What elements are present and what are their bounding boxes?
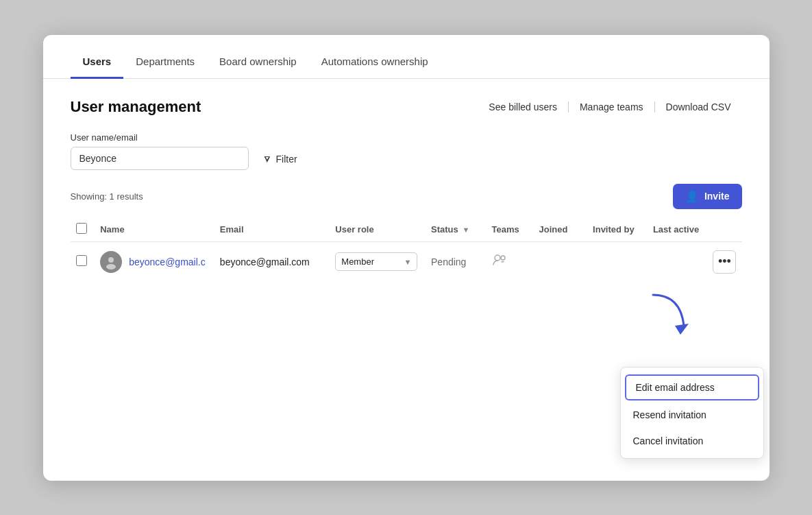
cancel-invitation-item[interactable]: Cancel invitation bbox=[621, 428, 763, 454]
filter-label: Filter bbox=[276, 154, 297, 165]
role-select[interactable]: Member ▼ bbox=[335, 252, 417, 271]
invite-button[interactable]: 👤 Invite bbox=[673, 184, 742, 209]
showing-text: Showing: 1 results bbox=[71, 191, 143, 202]
users-table: Name Email User role Status ▼ Teams Join… bbox=[71, 217, 742, 282]
svg-point-3 bbox=[495, 255, 500, 261]
download-csv-link[interactable]: Download CSV bbox=[655, 101, 742, 112]
header-row: User management See billed users Manage … bbox=[71, 98, 742, 116]
user-status: Pending bbox=[431, 256, 466, 267]
col-email: Email bbox=[220, 224, 244, 235]
resend-invitation-item[interactable]: Resend invitation bbox=[621, 402, 763, 428]
svg-point-4 bbox=[501, 256, 505, 260]
col-role: User role bbox=[335, 224, 373, 235]
more-icon: ••• bbox=[718, 254, 731, 269]
svg-marker-5 bbox=[675, 324, 689, 335]
tab-departments[interactable]: Departments bbox=[123, 49, 207, 79]
svg-point-2 bbox=[106, 264, 116, 270]
col-last-active: Last active bbox=[653, 224, 699, 235]
teams-icon bbox=[492, 256, 507, 270]
col-invited-by: Invited by bbox=[593, 224, 635, 235]
see-billed-users-link[interactable]: See billed users bbox=[478, 101, 569, 112]
svg-point-1 bbox=[108, 257, 114, 263]
tabs-bar: Users Departments Board ownership Automa… bbox=[43, 35, 770, 79]
tab-board-ownership[interactable]: Board ownership bbox=[207, 49, 309, 79]
user-name-cell: beyonce@gmail.c bbox=[100, 251, 209, 273]
invite-icon: 👤 bbox=[685, 190, 699, 203]
table-row: beyonce@gmail.c beyonce@gmail.com Member… bbox=[71, 241, 742, 282]
select-all-checkbox[interactable] bbox=[76, 223, 87, 234]
manage-teams-link[interactable]: Manage teams bbox=[569, 101, 655, 112]
filter-button[interactable]: ⛛ Filter bbox=[260, 148, 300, 170]
dropdown-menu: Edit email address Resend invitation Can… bbox=[620, 367, 764, 459]
role-value: Member bbox=[341, 256, 374, 267]
invite-label: Invite bbox=[704, 191, 730, 202]
status-sort-icon: ▼ bbox=[462, 226, 469, 234]
arrow-annotation bbox=[646, 288, 694, 346]
col-name: Name bbox=[100, 224, 124, 235]
filter-icon: ⛛ bbox=[262, 154, 272, 165]
col-teams: Teams bbox=[492, 224, 519, 235]
page-title: User management bbox=[71, 98, 201, 116]
showing-row: Showing: 1 results 👤 Invite bbox=[71, 184, 742, 209]
user-name-link[interactable]: beyonce@gmail.c bbox=[129, 256, 206, 267]
avatar bbox=[100, 251, 122, 273]
col-joined: Joined bbox=[539, 224, 568, 235]
tab-users[interactable]: Users bbox=[71, 49, 124, 79]
user-email: beyonce@gmail.com bbox=[220, 256, 310, 267]
row-checkbox[interactable] bbox=[76, 255, 87, 266]
search-input[interactable] bbox=[71, 147, 249, 170]
header-actions: See billed users Manage teams Download C… bbox=[478, 101, 741, 112]
filter-row: User name/email ⛛ Filter bbox=[71, 132, 742, 170]
search-label: User name/email bbox=[71, 132, 249, 143]
more-actions-button[interactable]: ••• bbox=[713, 250, 736, 274]
role-chevron-icon: ▼ bbox=[404, 258, 411, 266]
tab-automations-ownership[interactable]: Automations ownership bbox=[309, 49, 441, 79]
edit-email-item[interactable]: Edit email address bbox=[625, 374, 759, 400]
col-status: Status bbox=[431, 224, 458, 235]
